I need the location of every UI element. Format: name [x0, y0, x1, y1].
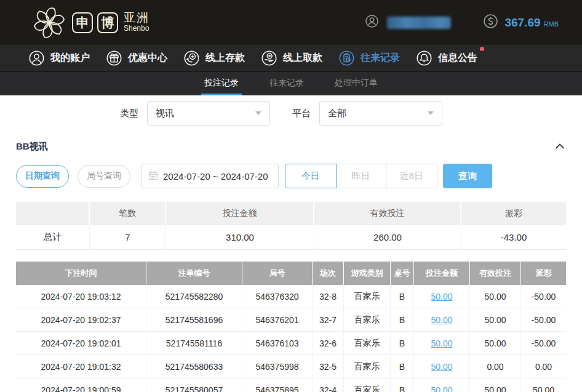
- type-select[interactable]: 视讯: [147, 101, 270, 126]
- bell-icon: [416, 50, 433, 66]
- session: 32-4: [313, 378, 344, 392]
- wallet-balance[interactable]: 367.69 RMB: [483, 14, 559, 31]
- summary-table: 笔数 投注金额 有效投注 派彩 总计 7 310.00 260.00 -43.0…: [16, 202, 566, 250]
- nav-item-withdraw[interactable]: 线上取款: [261, 50, 322, 66]
- table-code: B: [391, 355, 414, 378]
- tab-bet-records[interactable]: 投注记录: [201, 72, 242, 95]
- session: 32-7: [313, 308, 344, 332]
- type-filter-label: 类型: [120, 108, 138, 119]
- query-toolbar: 日期查询 局号查询 2024-07-20 ~ 2024-07-20 今日: [16, 164, 566, 188]
- game-type: 百家乐: [344, 332, 391, 355]
- nav-label: 线上存款: [205, 52, 245, 65]
- round-id: 546376201: [242, 308, 313, 332]
- gift-icon: [106, 50, 122, 66]
- table-row: 2024-07-20 19:00:59 521745580057 5463758…: [16, 378, 566, 392]
- type-select-value: 视讯: [156, 108, 174, 119]
- table-code: B: [391, 308, 414, 332]
- col-session: 场次: [313, 262, 344, 285]
- summary-bet: 310.00: [166, 225, 314, 250]
- subtab-label: 往来记录: [269, 78, 304, 89]
- quick-last8days-button[interactable]: 近8日: [386, 164, 437, 188]
- col-round-id: 局号: [242, 262, 313, 285]
- pill-label: 局号查询: [87, 170, 121, 182]
- date-range-value: 2024-07-20 ~ 2024-07-20: [163, 171, 268, 182]
- username-redacted: [387, 17, 451, 29]
- summary-valid: 260.00: [314, 225, 461, 250]
- nav-item-promotions[interactable]: 优惠中心: [106, 50, 167, 66]
- account-chip[interactable]: [365, 14, 451, 31]
- search-button[interactable]: 查询: [443, 164, 492, 188]
- nav-label: 优惠中心: [128, 52, 167, 65]
- brand-logo[interactable]: 申 博 亚洲 Shenbo: [31, 4, 149, 41]
- nav-label: 往来记录: [361, 52, 400, 65]
- bet-amount-link[interactable]: 50.00: [431, 315, 452, 325]
- records-table: 下注时间 注单编号 局号 场次 游戏类别 桌号 投注金额 有效投注 派彩 202…: [16, 262, 566, 392]
- session: 32-8: [313, 285, 344, 308]
- section-header: BB视讯: [16, 140, 566, 153]
- col-order-id: 注单编号: [146, 262, 242, 285]
- quick-range-group: 今日 昨日 近8日: [285, 164, 437, 188]
- game-type: 百家乐: [344, 308, 391, 332]
- tab-pending-orders[interactable]: 处理中订单: [332, 72, 381, 95]
- platform-select[interactable]: 全部: [319, 101, 442, 126]
- col-game-type: 游戏类别: [344, 262, 391, 285]
- logo-region: 亚洲: [124, 12, 149, 25]
- table-row: 2024-07-20 19:03:12 521745582280 5463763…: [16, 285, 566, 308]
- balance-currency: RMB: [544, 20, 559, 28]
- nav-item-deposit[interactable]: 线上存款: [183, 50, 245, 66]
- valid-bet: 50.00: [470, 378, 521, 392]
- game-type: 百家乐: [344, 355, 391, 378]
- nav-label: 信息公告: [438, 52, 477, 65]
- deposit-coin-icon: [183, 50, 200, 66]
- quick-label: 昨日: [352, 170, 370, 182]
- date-query-pill[interactable]: 日期查询: [16, 165, 69, 188]
- summary-header-blank: [16, 202, 90, 225]
- main-nav: 我的账户 优惠中心 线上存款: [0, 45, 582, 72]
- bet-amount-link[interactable]: 50.00: [431, 385, 452, 392]
- chevron-down-icon: [255, 111, 261, 115]
- bet-amount-link[interactable]: 50.00: [431, 338, 452, 348]
- payout-cell: -50.00: [521, 332, 566, 355]
- balance-amount: 367.69: [504, 16, 540, 30]
- table-row: 2024-07-20 19:02:37 521745581696 5463762…: [16, 308, 566, 332]
- game-type: 百家乐: [344, 285, 391, 308]
- platform-select-value: 全部: [328, 108, 346, 119]
- bet-time: 2024-07-20 19:00:59: [16, 378, 146, 392]
- nav-item-announcements[interactable]: 信息公告: [416, 50, 477, 66]
- nav-item-my-account[interactable]: 我的账户: [28, 50, 90, 66]
- tab-transaction-records[interactable]: 往来记录: [266, 72, 307, 95]
- bet-time: 2024-07-20 19:03:12: [16, 285, 146, 308]
- calendar-icon: [148, 170, 158, 182]
- quick-today-button[interactable]: 今日: [285, 164, 336, 188]
- filter-row: 类型 视讯 平台 全部: [120, 101, 566, 126]
- col-bet-time: 下注时间: [16, 262, 146, 285]
- nav-label: 线上取款: [283, 52, 322, 65]
- order-id: 521745580057: [146, 378, 242, 392]
- table-code: B: [391, 332, 414, 355]
- nav-item-transaction-records[interactable]: 往来记录: [338, 50, 400, 66]
- chevron-up-icon[interactable]: [554, 140, 566, 153]
- bet-time: 2024-07-20 19:02:01: [16, 332, 146, 355]
- quick-yesterday-button[interactable]: 昨日: [336, 164, 386, 188]
- summary-total-label: 总计: [16, 225, 90, 250]
- date-range-input[interactable]: 2024-07-20 ~ 2024-07-20: [142, 164, 279, 188]
- user-circle-icon: [365, 14, 379, 31]
- valid-bet: 50.00: [470, 332, 521, 355]
- bet-amount-link[interactable]: 50.00: [431, 292, 452, 302]
- bet-amount-link[interactable]: 50.00: [431, 362, 452, 372]
- bet-time: 2024-07-20 19:01:32: [16, 355, 146, 378]
- records-clipboard-icon: [338, 50, 355, 66]
- pill-label: 日期查询: [25, 170, 60, 182]
- logo-char-bo: 博: [97, 12, 118, 33]
- summary-header-row: 笔数 投注金额 有效投注 派彩: [16, 202, 566, 225]
- nav-label: 我的账户: [50, 52, 90, 65]
- col-table: 桌号: [391, 262, 414, 285]
- col-payout: 派彩: [521, 262, 566, 285]
- round-id: 546375895: [242, 378, 313, 392]
- quick-label: 今日: [301, 170, 320, 182]
- subtab-label: 投注记录: [204, 78, 239, 89]
- dollar-circle-icon: [483, 14, 498, 31]
- subtab-label: 处理中订单: [335, 78, 378, 89]
- round-query-pill[interactable]: 局号查询: [78, 165, 130, 188]
- table-code: B: [391, 378, 414, 392]
